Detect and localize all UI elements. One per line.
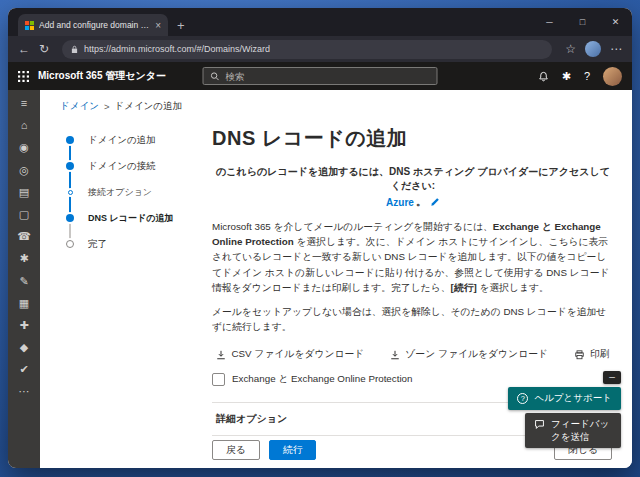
- rail-health-icon[interactable]: ✚: [19, 319, 28, 332]
- continue-button[interactable]: 続行: [269, 440, 317, 460]
- rail-billing-icon[interactable]: ▤: [19, 186, 29, 199]
- rail-home-icon[interactable]: ⌂: [21, 119, 28, 132]
- wizard-step-connection-options: 接続オプション: [60, 179, 212, 205]
- download-zone-file-button[interactable]: ゾーン ファイルをダウンロード: [390, 348, 548, 361]
- print-button[interactable]: 印刷: [574, 348, 610, 361]
- advanced-options-label: 詳細オプション: [216, 412, 287, 426]
- edit-pencil-icon[interactable]: [430, 197, 440, 207]
- step-label: 完了: [88, 238, 107, 251]
- wizard-step-add-dns-records: DNS レコードの追加: [60, 205, 212, 231]
- record-actions: CSV ファイルをダウンロード ゾーン ファイルをダウンロード: [212, 348, 614, 361]
- page-title: DNS レコードの追加: [212, 125, 614, 152]
- rail-devices-icon[interactable]: ▢: [19, 208, 29, 221]
- app-launcher-waffle-icon[interactable]: [8, 62, 38, 90]
- feedback-speech-icon: [534, 419, 545, 430]
- action-label: ゾーン ファイルをダウンロード: [405, 348, 548, 361]
- lock-icon: [71, 45, 78, 54]
- download-csv-button[interactable]: CSV ファイルをダウンロード: [216, 348, 364, 361]
- provider-suffix: 。: [416, 195, 426, 209]
- skip-paragraph: メールをセットアップしない場合は、選択を解除し、そのための DNS レコードを追…: [212, 304, 614, 334]
- browser-titlebar: Add and configure domain - Mic × + ─ □ ✕: [8, 8, 632, 36]
- help-circle-icon: ?: [517, 393, 528, 404]
- step-dot-open: [66, 240, 74, 248]
- app-title[interactable]: Microsoft 365 管理センター: [38, 69, 166, 83]
- search-box[interactable]: [203, 67, 438, 85]
- desktop-background: Add and configure domain - Mic × + ─ □ ✕…: [0, 0, 640, 477]
- browser-toolbar: ← ↻ https://admin.microsoft.com/#/Domain…: [8, 36, 632, 62]
- rail-menu-icon[interactable]: ≡: [21, 97, 27, 110]
- window-close-button[interactable]: ✕: [599, 8, 632, 36]
- workspace: ≡ ⌂ ◉ ◎ ▤ ▢ ☎ ✱ ✎ ▦ ✚ ◆ ✔ ⋯ ドメイン >: [8, 90, 632, 468]
- breadcrumb: ドメイン > ドメインの追加: [40, 90, 632, 113]
- wizard-step-add-domain: ドメインの追加: [60, 127, 212, 153]
- user-avatar[interactable]: [603, 67, 622, 86]
- tab-close-icon[interactable]: ×: [155, 20, 161, 31]
- browser-tab[interactable]: Add and configure domain - Mic ×: [18, 14, 168, 36]
- action-label: CSV ファイルをダウンロード: [231, 348, 364, 361]
- new-tab-button[interactable]: +: [177, 19, 185, 32]
- rail-compliance-icon[interactable]: ✔: [19, 363, 28, 376]
- send-feedback-label: フィードバックを送信: [551, 418, 612, 443]
- breadcrumb-current: ドメインの追加: [114, 100, 182, 113]
- rail-groups-icon[interactable]: ◎: [19, 164, 29, 177]
- step-dot-done: [66, 136, 74, 144]
- window-controls: ─ □ ✕: [533, 8, 632, 36]
- favorites-star-icon[interactable]: ☆: [565, 43, 576, 55]
- settings-icon[interactable]: ✱: [562, 71, 571, 82]
- rail-setup-icon[interactable]: ✎: [19, 275, 28, 288]
- rail-users-icon[interactable]: ◉: [19, 141, 29, 154]
- back-button[interactable]: 戻る: [212, 440, 260, 460]
- rail-reports-icon[interactable]: ▦: [19, 297, 29, 310]
- rail-support-icon[interactable]: ☎: [17, 230, 31, 243]
- rail-more-icon[interactable]: ⋯: [19, 385, 30, 398]
- wizard-steps: ドメインの追加 ドメインの接続 接続オプション DNS レコードの追加: [60, 123, 212, 436]
- step-dot-done: [66, 162, 74, 170]
- dns-provider-line: のこれらのレコードを追加するには、DNS ホスティング プロバイダーにアクセスし…: [212, 165, 614, 209]
- floating-help-stack: ─ ? ヘルプとサポート フィードバックを送信: [508, 371, 621, 448]
- tab-favicon-icon: [25, 21, 34, 30]
- step-label: 接続オプション: [88, 186, 152, 199]
- help-icon[interactable]: ?: [584, 71, 590, 82]
- help-widget-minimize-button[interactable]: ─: [603, 371, 621, 384]
- tab-title: Add and configure domain - Mic: [39, 20, 150, 30]
- wizard-step-connect-domain: ドメインの接続: [60, 153, 212, 179]
- wizard-step-done: 完了: [60, 231, 212, 257]
- step-label: ドメインの追加: [88, 134, 156, 147]
- refresh-icon[interactable]: ↻: [39, 43, 49, 55]
- header-actions: ✱ ?: [538, 67, 632, 86]
- paragraph-text: を選択します。: [477, 282, 549, 293]
- m365-header: Microsoft 365 管理センター ✱ ?: [8, 62, 632, 90]
- window-maximize-button[interactable]: □: [566, 8, 599, 36]
- left-nav-rail: ≡ ⌂ ◉ ◎ ▤ ▢ ☎ ✱ ✎ ▦ ✚ ◆ ✔ ⋯: [8, 90, 40, 468]
- search-input[interactable]: [226, 71, 430, 82]
- browser-window: Add and configure domain - Mic × + ─ □ ✕…: [8, 8, 632, 468]
- url-text: https://admin.microsoft.com/#/Domains/Wi…: [84, 44, 270, 54]
- help-support-button[interactable]: ? ヘルプとサポート: [508, 387, 621, 410]
- search-icon: [211, 72, 220, 81]
- send-feedback-button[interactable]: フィードバックを送信: [525, 413, 621, 448]
- action-label: 印刷: [590, 348, 610, 361]
- download-icon: [216, 350, 226, 360]
- rail-settings-icon[interactable]: ✱: [19, 252, 28, 265]
- browser-more-icon[interactable]: ⋯: [610, 43, 622, 55]
- breadcrumb-separator: >: [104, 101, 110, 112]
- back-icon[interactable]: ←: [18, 43, 30, 55]
- provider-azure-link[interactable]: Azure: [386, 197, 414, 208]
- browser-profile-avatar[interactable]: [585, 41, 601, 57]
- paragraph-bold: [続行]: [451, 282, 477, 293]
- rail-security-icon[interactable]: ◆: [20, 341, 28, 354]
- exchange-checkbox[interactable]: [212, 373, 225, 386]
- page-content: ドメイン > ドメインの追加 ドメインの追加: [40, 90, 632, 468]
- help-support-label: ヘルプとサポート: [534, 392, 612, 405]
- checkbox-label: Exchange と Exchange Online Protection: [232, 373, 413, 386]
- step-label: ドメインの接続: [88, 160, 156, 173]
- breadcrumb-link-domains[interactable]: ドメイン: [60, 100, 99, 113]
- print-icon: [574, 350, 585, 360]
- provider-text: のこれらのレコードを追加するには、DNS ホスティング プロバイダーにアクセスし…: [212, 165, 614, 193]
- paragraph-text: Microsoft 365 を介してメールのルーティングを開始するには、: [212, 221, 493, 232]
- notifications-bell-icon[interactable]: [538, 71, 549, 82]
- step-label: DNS レコードの追加: [88, 212, 173, 225]
- address-bar[interactable]: https://admin.microsoft.com/#/Domains/Wi…: [62, 40, 552, 59]
- window-minimize-button[interactable]: ─: [533, 8, 566, 36]
- download-icon: [390, 350, 400, 360]
